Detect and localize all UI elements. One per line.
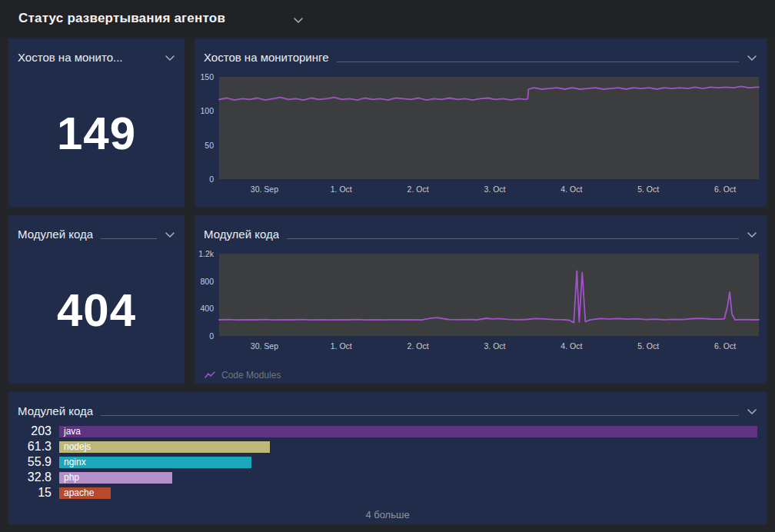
panel-title[interactable]: Модулей кода: [18, 228, 93, 241]
bar-row-nodejs: 61.3nodejs: [18, 439, 757, 454]
x-tick-label: 30. Sep: [251, 185, 278, 194]
x-tick-label: 30. Sep: [251, 341, 278, 351]
bar-fill: java: [59, 426, 757, 437]
bar-row-apache: 15apache: [18, 485, 757, 500]
bar-fill: nodejs: [59, 441, 270, 453]
x-tick-label: 2. Oct: [407, 185, 429, 194]
bar-track: nginx: [59, 457, 757, 468]
bar-label: nodejs: [64, 441, 91, 452]
x-tick-label: 4. Oct: [560, 185, 582, 194]
title-rule: [101, 415, 739, 416]
title-rule: [101, 238, 157, 239]
y-tick-label: 100: [200, 106, 214, 115]
bar-chart: 203java61.3nodejs55.9nginx32.8php15apach…: [8, 421, 767, 500]
dashboard: Статус развертывания агентов Хостов на м…: [0, 0, 775, 532]
bars-more-label: 4 больше: [8, 509, 767, 520]
y-tick-label: 400: [200, 304, 214, 313]
y-tick-label: 800: [200, 277, 214, 286]
panel-header: Модулей кода: [8, 215, 185, 244]
dashboard-title[interactable]: Статус развертывания агентов: [18, 11, 225, 26]
stat-body: 149: [8, 68, 185, 207]
bar-value: 32.8: [18, 470, 52, 484]
bar-track: apache: [59, 487, 757, 499]
chevron-down-icon[interactable]: [747, 231, 757, 238]
x-tick-label: 4. Oct: [560, 341, 582, 351]
bar-track: nodejs: [59, 441, 757, 453]
bar-value: 61.3: [18, 440, 52, 454]
bar-fill: nginx: [59, 457, 251, 468]
chevron-down-icon[interactable]: [293, 17, 304, 24]
y-tick-label: 50: [205, 141, 214, 150]
panel-modules-stat: Модулей кода 404: [8, 215, 185, 384]
x-tick-label: 5. Oct: [637, 341, 659, 351]
x-tick-label: 1. Oct: [331, 341, 352, 351]
panel-modules-chart: Модулей кода 04008001.2k30. Sep1. Oct2. …: [195, 215, 767, 384]
panel-hosts-chart: Хостов на мониторинге 05010015030. Sep1.…: [195, 38, 767, 207]
x-tick-label: 2. Oct: [407, 341, 429, 351]
dashboard-header: Статус развертывания агентов: [0, 0, 775, 37]
y-tick-label: 1.2k: [198, 249, 215, 258]
panel-title[interactable]: Хостов на монито...: [18, 51, 123, 64]
hosts-timeseries-chart[interactable]: 05010015030. Sep1. Oct2. Oct3. Oct4. Oct…: [195, 68, 767, 207]
stat-value: 149: [57, 107, 136, 160]
x-tick-label: 5. Oct: [637, 185, 659, 194]
y-tick-label: 0: [209, 331, 214, 341]
panel-hosts-stat: Хостов на монито... 149: [8, 38, 185, 207]
panel-title[interactable]: Модулей кода: [18, 404, 93, 417]
panel-header: Хостов на монито...: [8, 38, 185, 68]
bar-track: php: [59, 472, 757, 484]
stat-body: 404: [8, 244, 185, 384]
dashboard-body: Хостов на монито... 149 Хостов на монито…: [0, 37, 775, 524]
panel-title[interactable]: Хостов на мониторинге: [204, 51, 329, 64]
legend-item-code-modules[interactable]: Code Modules: [205, 370, 281, 381]
bar-value: 15: [18, 486, 52, 500]
y-tick-label: 150: [200, 72, 214, 81]
stat-value: 404: [57, 284, 136, 337]
bar-row-php: 32.8php: [18, 470, 757, 485]
bar-label: apache: [64, 487, 94, 498]
x-tick-label: 3. Oct: [484, 341, 505, 351]
x-tick-label: 6. Oct: [714, 341, 736, 351]
chart-legend: Code Modules: [195, 364, 767, 384]
panel-title[interactable]: Модулей кода: [204, 228, 279, 241]
panel-header: Модулей кода: [195, 215, 767, 244]
panel-header: Хостов на мониторинге: [195, 38, 767, 68]
chevron-down-icon[interactable]: [747, 408, 757, 415]
panel-modules-bars: Модулей кода 203java61.3nodejs55.9nginx3…: [8, 392, 767, 524]
plot-area[interactable]: [219, 77, 759, 179]
bar-row-java: 203java: [18, 424, 757, 439]
bar-fill: php: [59, 472, 172, 484]
y-tick-label: 0: [209, 175, 214, 184]
bar-label: nginx: [64, 457, 86, 467]
x-tick-label: 1. Oct: [331, 185, 352, 194]
bar-track: java: [59, 426, 757, 437]
bar-value: 55.9: [18, 455, 52, 469]
title-rule: [337, 62, 739, 62]
line-series-icon: [205, 371, 216, 380]
legend-label: Code Modules: [221, 370, 281, 381]
bar-row-nginx: 55.9nginx: [18, 454, 757, 470]
modules-timeseries-chart[interactable]: 04008001.2k30. Sep1. Oct2. Oct3. Oct4. O…: [195, 244, 767, 361]
panel-header: Модулей кода: [8, 392, 767, 421]
bar-fill: apache: [59, 487, 111, 499]
title-rule: [287, 238, 739, 239]
chevron-down-icon[interactable]: [747, 55, 757, 62]
bar-value: 203: [18, 424, 52, 438]
chevron-down-icon[interactable]: [165, 231, 175, 238]
plot-area[interactable]: [219, 254, 759, 336]
x-tick-label: 6. Oct: [714, 185, 736, 194]
x-tick-label: 3. Oct: [484, 185, 505, 194]
bar-label: java: [64, 426, 81, 437]
chevron-down-icon[interactable]: [165, 55, 175, 62]
bar-label: php: [64, 472, 79, 483]
